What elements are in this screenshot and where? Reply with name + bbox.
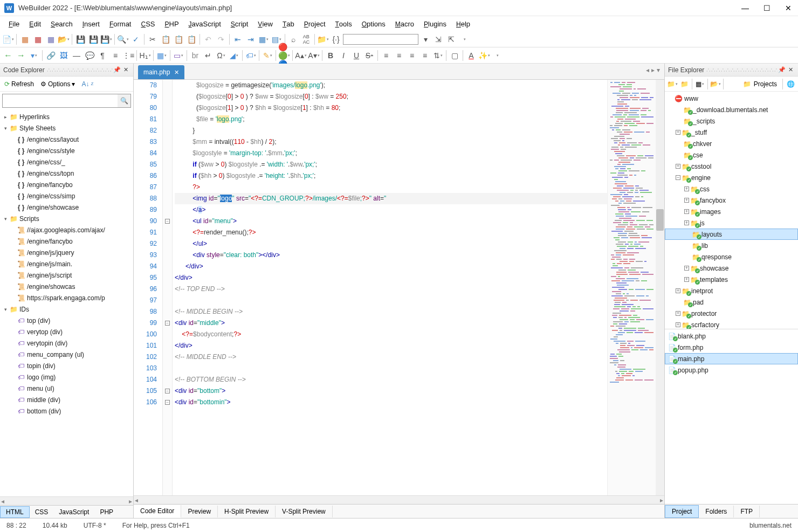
folder-templates[interactable]: +📁✓templates: [665, 274, 798, 285]
file-tab-main[interactable]: main.php ✕: [138, 65, 184, 79]
refresh-button[interactable]: ⟳Refresh: [2, 79, 36, 89]
open-pdf-button[interactable]: ▦: [32, 33, 44, 45]
vertical-scrollbar[interactable]: [656, 80, 664, 495]
copy-button[interactable]: 📋: [160, 33, 171, 45]
nav-folder-button[interactable]: 📁: [667, 79, 678, 89]
fe-tab-ftp[interactable]: FTP: [734, 506, 760, 517]
file-popup-php[interactable]: 📄✓popup.php: [665, 364, 798, 376]
tabs-menu-button[interactable]: ▾: [657, 66, 660, 74]
next-tab-button[interactable]: ▸: [651, 66, 655, 74]
script-item[interactable]: 📜//ajax.googleapis.com/ajax/: [0, 224, 133, 236]
strike-button[interactable]: S: [363, 50, 375, 61]
save-as-button[interactable]: 💾: [100, 33, 112, 45]
minimap[interactable]: [607, 80, 656, 495]
search-button[interactable]: 🔍: [117, 33, 129, 45]
menu-insert[interactable]: Insert: [78, 18, 104, 30]
clipboard-button[interactable]: 📋: [185, 33, 197, 45]
file-list[interactable]: 📄✓blank.php📄✓form.php📄✓main.php📄✓popup.p…: [665, 329, 798, 504]
refresh-folder-button[interactable]: 📁: [679, 79, 690, 89]
goto-button[interactable]: ⇲: [432, 33, 444, 45]
lang-tab-javascript[interactable]: JavaScript: [53, 507, 94, 517]
editor-h-scrollbar[interactable]: ◂▸: [134, 495, 664, 504]
folder-inetprot[interactable]: +📁✓inetprot: [665, 285, 798, 296]
script-item[interactable]: 📜/engine/js/jquery: [0, 247, 133, 258]
color-button[interactable]: 🔴🟢🔵: [278, 50, 290, 61]
spellcheck-button[interactable]: ✓: [130, 33, 142, 45]
menu-project[interactable]: Project: [300, 18, 330, 30]
stylesheet-item[interactable]: { }/engine/css/topn: [0, 168, 133, 179]
projects-button[interactable]: 📁: [742, 79, 753, 89]
close-panel-icon[interactable]: ✕: [786, 66, 795, 73]
image-button[interactable]: 🖼: [58, 50, 70, 61]
stylesheet-item[interactable]: { }/engine/showcase: [0, 202, 133, 213]
menu-plugins[interactable]: Plugins: [419, 18, 451, 30]
folder-layouts[interactable]: 📁✓layouts: [665, 229, 798, 240]
font-up-button[interactable]: A▴: [295, 50, 307, 61]
menu-help[interactable]: Help: [452, 18, 474, 30]
folder--scripts[interactable]: 📁✓_scripts: [665, 115, 798, 127]
prev-tab-button[interactable]: ◂: [646, 66, 649, 74]
folder--download-blumentals-net[interactable]: 📁✓_download.blumentals.net: [665, 104, 798, 115]
id-item[interactable]: 🏷top (div): [0, 315, 133, 326]
view-mode-button[interactable]: ▦: [694, 79, 705, 89]
id-item[interactable]: 🏷topin (div): [0, 360, 133, 371]
close-button[interactable]: ✕: [783, 4, 794, 12]
id-item[interactable]: 🏷middle (div): [0, 394, 133, 405]
brand-link[interactable]: blumentals.net: [749, 522, 792, 529]
folder-www[interactable]: ⛔www: [665, 93, 798, 104]
line-height-button[interactable]: ⇅: [432, 50, 444, 61]
form-button[interactable]: ▭: [173, 50, 184, 61]
folder-scripts[interactable]: ▾📁Scripts: [0, 213, 133, 224]
outdent-button[interactable]: ⇤: [232, 33, 244, 45]
code-area[interactable]: $logosize = getimagesize('images/logo.pn…: [173, 80, 607, 495]
redo-button[interactable]: ↷: [215, 33, 227, 45]
folder-chkver[interactable]: 📁✓chkver: [665, 138, 798, 149]
paragraph-button[interactable]: ¶: [97, 50, 108, 61]
script-item[interactable]: 📜/engine/js/main.: [0, 258, 133, 270]
menu-macro[interactable]: Macro: [391, 18, 418, 30]
projects-label[interactable]: Projects: [754, 80, 777, 88]
folder-cse[interactable]: 📁✓cse: [665, 149, 798, 161]
folder-protector[interactable]: +📁✓protector: [665, 308, 798, 319]
cut-button[interactable]: ✂: [147, 33, 159, 45]
menu-script[interactable]: Script: [226, 18, 253, 30]
replace-button[interactable]: ABAC: [300, 33, 312, 45]
script-item[interactable]: 📜https://spark.engaga.com/p: [0, 292, 133, 303]
save-button[interactable]: 💾: [74, 33, 86, 45]
more-2-button[interactable]: [491, 50, 503, 61]
stylesheet-item[interactable]: { }/engine/css/_: [0, 156, 133, 168]
heading-button[interactable]: H₁: [139, 50, 151, 61]
file-explorer-tree[interactable]: ⛔www📁✓_download.blumentals.net📁✓_scripts…: [665, 92, 798, 329]
id-item[interactable]: 🏷verytopin (div): [0, 337, 133, 349]
paste-button[interactable]: 📋: [173, 33, 184, 45]
file-blank-php[interactable]: 📄✓blank.php: [665, 330, 798, 342]
folder-showcase[interactable]: +📁✓showcase: [665, 262, 798, 274]
folder-hyperlinks[interactable]: ▸📁Hyperlinks: [0, 111, 133, 122]
id-item[interactable]: 🏷menu_company (ul): [0, 349, 133, 360]
forward-button[interactable]: →: [15, 50, 27, 61]
folder-qresponse[interactable]: 📁✓qresponse: [665, 251, 798, 262]
script-item[interactable]: 📜/engine/js/script: [0, 270, 133, 281]
find-button[interactable]: ⌕: [287, 33, 299, 45]
comment-button[interactable]: 💬: [84, 50, 95, 61]
lang-tab-css[interactable]: CSS: [30, 507, 54, 517]
align-left-button[interactable]: ≡: [380, 50, 392, 61]
folder-engine[interactable]: −📁✓engine: [665, 172, 798, 183]
editor-tab-v-split-preview[interactable]: V-Split Preview: [276, 506, 333, 517]
folder-ids[interactable]: ▾📁IDs: [0, 303, 133, 315]
folder-css[interactable]: +📁✓css: [665, 183, 798, 195]
code-editor[interactable]: 7879808182838485868788899091929394959697…: [134, 80, 664, 495]
search-icon[interactable]: 🔍: [118, 94, 130, 107]
align-right-button[interactable]: ≡: [406, 50, 418, 61]
minimize-button[interactable]: ―: [740, 4, 751, 12]
omega-button[interactable]: Ω: [215, 50, 227, 61]
lang-tab-html[interactable]: HTML: [0, 506, 30, 518]
menu-javascript[interactable]: JavaScript: [184, 18, 225, 30]
maximize-button[interactable]: ☐: [761, 4, 772, 12]
stylesheet-item[interactable]: { }/engine/fancybo: [0, 179, 133, 190]
undo-button[interactable]: ↶: [202, 33, 214, 45]
lang-tab-php[interactable]: PHP: [94, 507, 119, 517]
align-center-button[interactable]: ≡: [393, 50, 405, 61]
tag-button[interactable]: 🏷: [245, 50, 257, 61]
close-tab-icon[interactable]: ✕: [174, 69, 179, 76]
